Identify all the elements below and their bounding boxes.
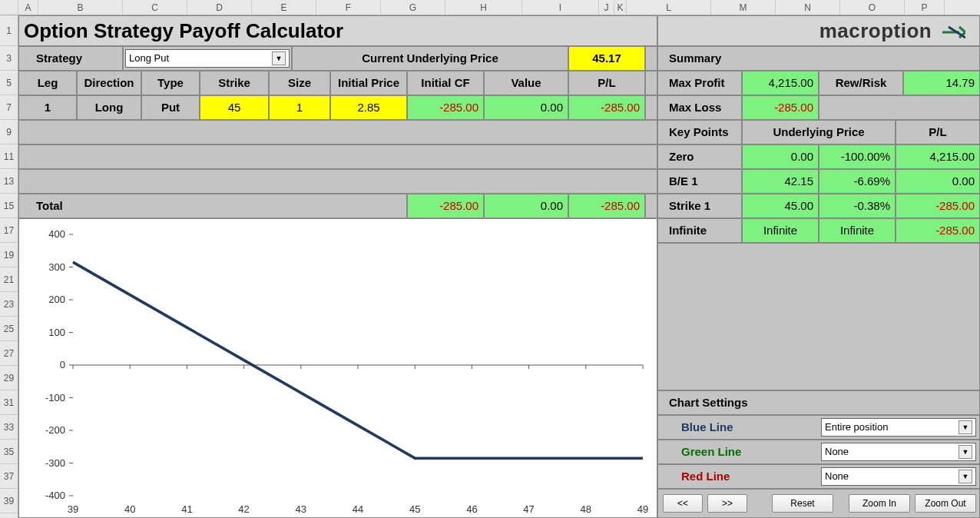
svg-text:0: 0 [60, 359, 65, 370]
hdr-initcf: Initial CF [407, 71, 484, 95]
column-headers: ABCDEFGHIJKLMNOP [0, 0, 980, 15]
chevron-down-icon[interactable] [272, 51, 286, 65]
svg-text:-200: -200 [45, 424, 65, 436]
svg-text:200: 200 [48, 294, 65, 305]
payoff-chart: -400-300-200-100010020030040039404142434… [18, 218, 657, 518]
blueline-label: Blue Line [681, 420, 733, 433]
leg1-direction[interactable]: Long [77, 95, 141, 120]
leg1-value: 0.00 [484, 95, 568, 120]
maxprofit-value: 4,215.00 [742, 71, 819, 95]
svg-text:49: 49 [637, 503, 648, 515]
chevron-down-icon[interactable] [958, 470, 972, 483]
reset-button[interactable]: Reset [772, 494, 833, 513]
blueline-dropdown-value: Entire position [825, 419, 888, 436]
rewrisk-label: Rew/Risk [819, 71, 903, 95]
greenline-dropdown[interactable]: None [821, 443, 976, 461]
hdr-type: Type [141, 71, 200, 95]
row-headers: 13579111315171921232527293133353739 [0, 15, 18, 518]
prev-button[interactable]: << [663, 494, 703, 513]
hdr-leg: Leg [18, 71, 77, 95]
brand-logo: macroption [819, 16, 965, 45]
page-title: Option Strategy Payoff Calculator [18, 15, 657, 46]
leg1-initprice[interactable]: 2.85 [330, 95, 407, 120]
blueline-dropdown[interactable]: Entire position [821, 418, 976, 437]
total-initcf: -285.00 [407, 194, 484, 218]
kp-strike1-u: 45.00 [742, 194, 819, 218]
svg-text:41: 41 [181, 503, 192, 515]
underlying-value[interactable]: 45.17 [568, 46, 645, 71]
leg1-type[interactable]: Put [141, 95, 200, 120]
kp-be1-pct: -6.69% [819, 169, 896, 194]
rewrisk-value: 14.79 [903, 71, 980, 95]
underlying-label: Current Underlying Price [292, 46, 568, 71]
keypoints-pl-hdr: P/L [896, 120, 980, 144]
kp-infinite-pct: Infinite [819, 218, 896, 243]
strategy-dropdown-container: Long Put [123, 46, 292, 71]
leg1-pl: -285.00 [568, 95, 645, 120]
leg1-leg: 1 [18, 95, 77, 120]
chevron-down-icon[interactable] [958, 445, 972, 459]
kp-be1-u: 42.15 [742, 169, 819, 194]
redline-dropdown[interactable]: None [821, 467, 976, 486]
keypoints-label: Key Points [657, 120, 742, 144]
chevron-down-icon[interactable] [958, 420, 972, 434]
svg-text:-300: -300 [45, 457, 65, 469]
hdr-pl: P/L [568, 71, 645, 95]
total-value: 0.00 [484, 194, 568, 218]
zoomin-button[interactable]: Zoom In [849, 494, 910, 513]
hdr-strike: Strike [200, 71, 269, 95]
svg-text:47: 47 [523, 503, 534, 515]
svg-text:42: 42 [238, 503, 249, 515]
redline-row: Red Line None [657, 464, 980, 489]
svg-text:43: 43 [296, 503, 306, 515]
maxprofit-label: Max Profit [657, 71, 742, 95]
kp-strike1-pl: -285.00 [896, 194, 980, 218]
zoomout-button[interactable]: Zoom Out [915, 494, 976, 513]
chartsettings-label: Chart Settings [657, 390, 980, 415]
kp-be1-label: B/E 1 [657, 169, 742, 194]
kp-strike1-label: Strike 1 [657, 194, 742, 218]
leg1-strike[interactable]: 45 [200, 95, 269, 120]
kp-zero-label: Zero [657, 144, 742, 169]
summary-label: Summary [657, 46, 980, 71]
total-pl: -285.00 [568, 194, 645, 218]
kp-infinite-u: Infinite [742, 218, 819, 243]
strategy-label: Strategy [18, 46, 123, 71]
svg-text:300: 300 [48, 261, 65, 273]
maxloss-value: -285.00 [742, 95, 819, 120]
kp-zero-pct: -100.00% [819, 144, 896, 169]
hdr-initprice: Initial Price [330, 71, 407, 95]
redline-dropdown-value: None [825, 468, 849, 485]
greenline-row: Green Line None [657, 440, 980, 464]
brand-bar: macroption [657, 15, 980, 46]
kp-infinite-pl: -285.00 [896, 218, 980, 243]
next-button[interactable]: >> [707, 494, 747, 513]
kp-strike1-pct: -0.38% [819, 194, 896, 218]
svg-text:44: 44 [353, 503, 363, 515]
svg-text:39: 39 [68, 503, 78, 515]
svg-text:48: 48 [581, 503, 591, 515]
strategy-dropdown[interactable]: Long Put [125, 49, 290, 68]
svg-text:100: 100 [48, 327, 65, 338]
svg-text:-400: -400 [45, 490, 65, 501]
keypoints-underlying-hdr: Underlying Price [742, 120, 896, 144]
kp-zero-u: 0.00 [742, 144, 819, 169]
kp-be1-pl: 0.00 [896, 169, 980, 194]
leg1-initcf: -285.00 [407, 95, 484, 120]
chart-buttons-row: << >> Reset Zoom In Zoom Out [657, 489, 980, 518]
leg1-size[interactable]: 1 [269, 95, 330, 120]
svg-text:45: 45 [409, 503, 420, 515]
hdr-size: Size [269, 71, 330, 95]
kp-zero-pl: 4,215.00 [896, 144, 980, 169]
hdr-value: Value [484, 71, 568, 95]
hdr-direction: Direction [77, 71, 141, 95]
maxloss-label: Max Loss [657, 95, 742, 120]
redline-label: Red Line [681, 470, 730, 483]
greenline-dropdown-value: None [825, 443, 849, 460]
svg-text:46: 46 [466, 503, 477, 515]
greenline-label: Green Line [681, 445, 741, 458]
svg-text:40: 40 [124, 503, 135, 515]
svg-text:-100: -100 [45, 392, 65, 403]
total-label: Total [18, 194, 407, 218]
kp-infinite-label: Infinite [657, 218, 742, 243]
